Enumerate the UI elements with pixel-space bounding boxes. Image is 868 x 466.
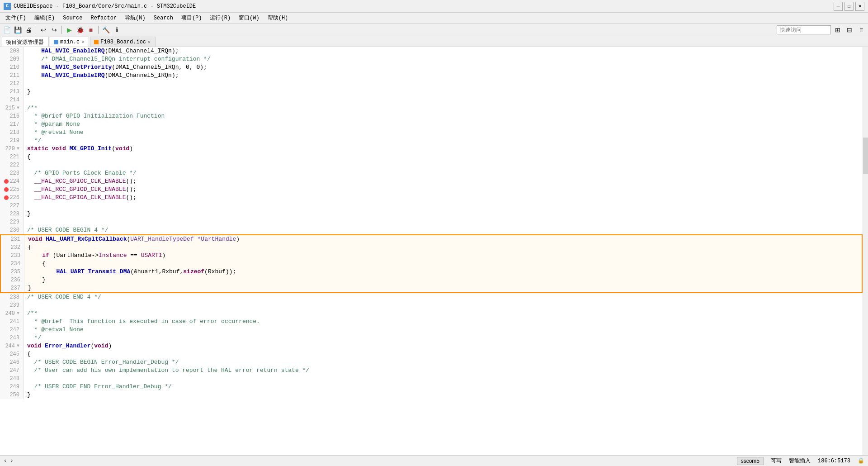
gutter-214: 214 <box>0 96 24 104</box>
layout-btn3[interactable]: ≡ <box>856 25 866 35</box>
menu-project[interactable]: 项目(P) <box>178 13 206 23</box>
info-btn[interactable]: ℹ <box>112 25 122 35</box>
tab-f103-board[interactable]: F103_Board.ioc ✕ <box>90 37 156 47</box>
toolbar: 📄 💾 🖨 ↩ ↪ ▶ 🐞 ■ 🔨 ℹ ⊞ ⊟ ≡ <box>0 24 868 36</box>
status-plugin-btn[interactable]: sscom5 <box>737 457 764 465</box>
gutter-213: 213 <box>0 88 24 96</box>
gutter-247: 247 <box>0 366 24 375</box>
line-content-208: HAL_NVIC_EnableIRQ(DMA1_Channel4_IRQn); <box>24 47 863 55</box>
code-editor[interactable]: 208 HAL_NVIC_EnableIRQ(DMA1_Channel4_IRQ… <box>0 47 863 455</box>
line-content-234: { <box>24 260 862 268</box>
menu-edit[interactable]: 编辑(E) <box>31 13 59 23</box>
gutter-230: 230 <box>0 226 24 234</box>
quick-access-input[interactable] <box>777 25 831 34</box>
breakpoint-icon[interactable] <box>4 179 9 184</box>
gutter-227: 227 <box>0 202 24 210</box>
line-content-210: HAL_NVIC_SetPriority(DMA1_Channel5_IRQn,… <box>24 63 863 71</box>
code-line-224: 224 __HAL_RCC_GPIOC_CLK_ENABLE(); <box>0 177 863 185</box>
save-btn[interactable]: 💾 <box>13 25 23 35</box>
gutter-244: 244▼ <box>0 342 24 350</box>
gutter-216: 216 <box>0 112 24 120</box>
minimap[interactable] <box>863 47 868 455</box>
gutter-218: 218 <box>0 128 24 137</box>
gutter-240: 240▼ <box>0 309 24 318</box>
code-line-245: 245 { <box>0 350 863 358</box>
gutter-211: 211 <box>0 71 24 80</box>
breakpoint-icon[interactable] <box>4 187 9 192</box>
code-line-225: 225 __HAL_RCC_GPIOD_CLK_ENABLE(); <box>0 185 863 194</box>
stop-btn[interactable]: ■ <box>86 25 96 35</box>
code-line-214: 214 <box>0 96 863 104</box>
gutter-246: 246 <box>0 358 24 366</box>
window-controls[interactable]: ─ □ ✕ <box>834 2 864 11</box>
line-content-211: HAL_NVIC_EnableIRQ(DMA1_Channel5_IRQn); <box>24 71 863 80</box>
line-content-215: /** <box>24 104 863 112</box>
layout-btn2[interactable]: ⊟ <box>844 25 854 35</box>
line-content-219: */ <box>24 137 863 145</box>
code-line-216: 216 * @brief GPIO Initialization Functio… <box>0 112 863 120</box>
gutter-226: 226 <box>0 194 24 202</box>
new-file-btn[interactable]: 📄 <box>2 25 12 35</box>
code-line-244: 244▼ void Error_Handler(void) <box>0 342 863 350</box>
menu-window[interactable]: 窗口(W) <box>235 13 263 23</box>
print-btn[interactable]: 🖨 <box>24 25 33 35</box>
f103-board-close[interactable]: ✕ <box>148 39 151 45</box>
menu-run[interactable]: 运行(R) <box>206 13 234 23</box>
code-line-248: 248 <box>0 375 863 383</box>
gutter-223: 223 <box>0 169 24 177</box>
code-line-215: 215▼ /** <box>0 104 863 112</box>
undo-btn[interactable]: ↩ <box>38 25 48 35</box>
main-c-close[interactable]: ✕ <box>81 39 84 45</box>
code-line-246: 246 /* USER CODE BEGIN Error_Handler_Deb… <box>0 358 863 366</box>
menu-source[interactable]: Source <box>59 14 86 22</box>
tab-project-explorer[interactable]: 项目资源管理器 <box>2 37 49 47</box>
line-content-223: /* GPIO Ports Clock Enable */ <box>24 169 863 177</box>
line-content-237: } <box>24 284 862 292</box>
minimap-thumb[interactable] <box>863 138 868 174</box>
minimize-button[interactable]: ─ <box>834 2 843 11</box>
code-line-220: 220▼ static void MX_GPIO_Init(void) <box>0 145 863 153</box>
line-content-209: /* DMA1_Channel5_IRQn interrupt configur… <box>24 55 863 63</box>
window-title: CUBEIDEspace - F103_Board/Core/Src/main.… <box>14 3 196 10</box>
menu-refactor[interactable]: Refactor <box>87 14 120 22</box>
f103-board-icon <box>94 40 99 44</box>
tab-bar: 项目资源管理器 main.c ✕ F103_Board.ioc ✕ <box>0 36 868 47</box>
gutter-242: 242 <box>0 326 24 334</box>
gutter-225: 225 <box>0 185 24 194</box>
menu-search[interactable]: Search <box>150 14 177 22</box>
gutter-229: 229 <box>0 218 24 226</box>
maximize-button[interactable]: □ <box>844 2 854 11</box>
breakpoint-icon[interactable] <box>4 195 9 200</box>
line-content-250: } <box>24 391 863 399</box>
redo-btn[interactable]: ↪ <box>49 25 59 35</box>
menu-help[interactable]: 帮助(H) <box>264 13 292 23</box>
gutter-245: 245 <box>0 350 24 358</box>
line-content-243: */ <box>24 334 863 342</box>
project-explorer-label: 项目资源管理器 <box>6 38 44 46</box>
gutter-239: 239 <box>0 301 24 309</box>
code-line-227: 227 <box>0 202 863 210</box>
line-content-244: void Error_Handler(void) <box>24 342 863 350</box>
code-line-218: 218 * @retval None <box>0 128 863 137</box>
menu-navigate[interactable]: 导航(N) <box>121 13 149 23</box>
close-button[interactable]: ✕ <box>855 2 864 11</box>
line-content-221: { <box>24 153 863 161</box>
tab-main-c[interactable]: main.c ✕ <box>50 37 89 47</box>
gutter-215: 215▼ <box>0 104 24 112</box>
line-content-216: * @brief GPIO Initialization Function <box>24 112 863 120</box>
status-bar: ‹ › sscom5 可写 智能插入 186:6:5173 🔒 <box>0 455 868 466</box>
code-line-221: 221 { <box>0 153 863 161</box>
line-content-220: static void MX_GPIO_Init(void) <box>24 145 863 153</box>
title-bar-left: C CUBEIDEspace - F103_Board/Core/Src/mai… <box>4 3 196 10</box>
build-btn[interactable]: 🔨 <box>101 25 111 35</box>
gutter-232: 232 <box>1 243 24 252</box>
code-line-228: 228 } <box>0 210 863 218</box>
status-left: ‹ › <box>4 458 14 464</box>
run-btn[interactable]: ▶ <box>64 25 74 35</box>
gutter-228: 228 <box>0 210 24 218</box>
menu-file[interactable]: 文件(F) <box>2 13 30 23</box>
debug-btn[interactable]: 🐞 <box>75 25 85 35</box>
layout-btn1[interactable]: ⊞ <box>833 25 843 35</box>
gutter-212: 212 <box>0 80 24 88</box>
line-content-242: * @retval None <box>24 326 863 334</box>
